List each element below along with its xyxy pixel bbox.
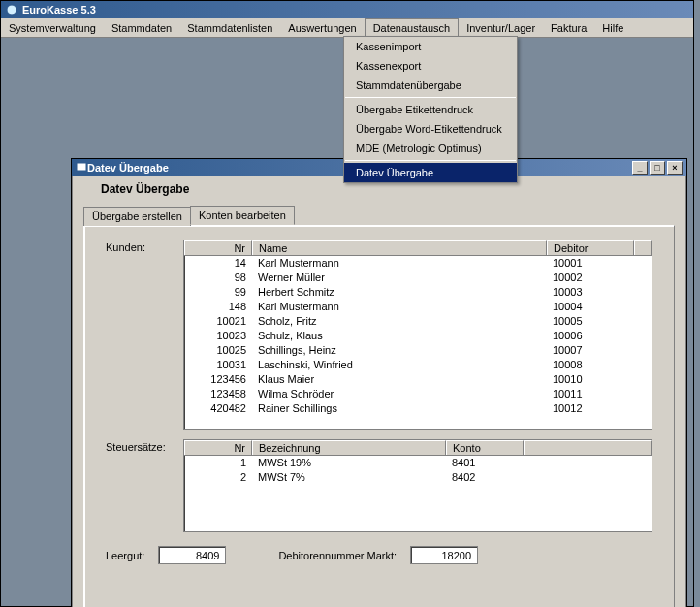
- menu-stammdatenlisten[interactable]: Stammdatenlisten: [179, 18, 280, 37]
- table-row[interactable]: 123458Wilma Schröder10011: [184, 387, 652, 401]
- table-row[interactable]: 123456Klaus Maier10010: [184, 372, 652, 387]
- dropdown-stammdatenuebergabe[interactable]: Stammdatenübergabe: [344, 76, 517, 95]
- steuersaetze-row: Steuersätze: Nr Bezeichnung Konto 1MWSt …: [106, 439, 652, 532]
- leergut-label: Leergut:: [106, 550, 144, 561]
- datenaustausch-dropdown: Kassenimport Kassenexport Stammdatenüber…: [343, 36, 518, 183]
- dropdown-kassenexport[interactable]: Kassenexport: [344, 56, 517, 76]
- cell-name: Schulz, Klaus: [252, 329, 547, 343]
- table-row[interactable]: 14Karl Mustermann10001: [184, 256, 652, 271]
- bottom-inputs-row: Leergut: Debitorennummer Markt:: [106, 546, 652, 564]
- cell-nr: 2: [184, 470, 252, 485]
- steuer-header: Nr Bezeichnung Konto: [184, 440, 652, 456]
- cell-nr: 148: [184, 300, 252, 314]
- dropdown-datev-uebergabe[interactable]: Datev Übergabe: [344, 163, 517, 182]
- dropdown-separator: [345, 97, 516, 98]
- cell-nr: 98: [184, 271, 252, 285]
- dropdown-mde[interactable]: MDE (Metrologic Optimus): [344, 139, 517, 158]
- cell-debitor: 10008: [547, 358, 634, 372]
- child-window-icon: [76, 161, 87, 175]
- cell-name: Schillings, Heinz: [252, 343, 547, 358]
- steuersaetze-label: Steuersätze:: [106, 439, 183, 453]
- cell-debitor: 10012: [547, 401, 634, 416]
- kunden-col-debitor[interactable]: Debitor: [547, 240, 634, 255]
- child-window-datev: Datev Übergabe _ □ × Datev Übergabe Über…: [71, 158, 687, 607]
- dropdown-uebergabe-etikettendruck[interactable]: Übergabe Etikettendruck: [344, 100, 517, 119]
- kunden-header: Nr Name Debitor: [184, 240, 652, 256]
- table-row[interactable]: 99Herbert Schmitz10003: [184, 285, 652, 300]
- steuersaetze-listview[interactable]: Nr Bezeichnung Konto 1MWSt 19%84012MWSt …: [183, 439, 652, 532]
- cell-nr: 10021: [184, 314, 252, 329]
- menu-stammdaten[interactable]: Stammdaten: [104, 18, 179, 37]
- cell-konto: 8402: [446, 470, 524, 485]
- menu-inventur-lager[interactable]: Inventur/Lager: [459, 18, 543, 37]
- table-row[interactable]: 10031Laschinski, Winfried10008: [184, 358, 652, 372]
- menu-hilfe[interactable]: Hilfe: [594, 18, 631, 37]
- cell-debitor: 10006: [547, 329, 634, 343]
- close-button[interactable]: ×: [667, 161, 683, 175]
- cell-name: Werner Müller: [252, 271, 547, 285]
- kunden-row: Kunden: Nr Name Debitor 14Karl Musterman…: [106, 240, 652, 430]
- cell-bezeichnung: MWSt 7%: [252, 470, 446, 485]
- table-row[interactable]: 1MWSt 19%8401: [184, 456, 652, 470]
- maximize-button[interactable]: □: [650, 161, 665, 175]
- kunden-col-nr[interactable]: Nr: [184, 240, 252, 255]
- table-row[interactable]: 2MWSt 7%8402: [184, 470, 652, 485]
- tab-panel-konten: Kunden: Nr Name Debitor 14Karl Musterman…: [83, 225, 675, 607]
- minimize-button[interactable]: _: [632, 161, 648, 175]
- steuer-body: 1MWSt 19%84012MWSt 7%8402: [184, 456, 652, 485]
- cell-nr: 14: [184, 256, 252, 271]
- app-title: EuroKasse 5.3: [22, 4, 96, 16]
- cell-nr: 420482: [184, 401, 252, 416]
- kunden-col-extra: [634, 240, 652, 255]
- tab-container: Übergabe erstellen Konten bearbeiten Kun…: [83, 206, 675, 607]
- cell-debitor: 10001: [547, 256, 634, 271]
- cell-debitor: 10004: [547, 300, 634, 314]
- debitor-markt-label: Debitorennummer Markt:: [278, 550, 397, 561]
- kunden-body: 14Karl Mustermann1000198Werner Müller100…: [184, 256, 652, 416]
- debitor-markt-input[interactable]: [410, 546, 478, 564]
- table-row[interactable]: 420482Rainer Schillings10012: [184, 401, 652, 416]
- cell-nr: 123456: [184, 372, 252, 387]
- table-row[interactable]: 148Karl Mustermann10004: [184, 300, 652, 314]
- cell-name: Karl Mustermann: [252, 256, 547, 271]
- child-window-title: Datev Übergabe: [87, 162, 169, 174]
- cell-debitor: 10007: [547, 343, 634, 358]
- menubar: Systemverwaltung Stammdaten Stammdatenli…: [1, 18, 693, 38]
- cell-debitor: 10005: [547, 314, 634, 329]
- svg-point-0: [7, 5, 16, 15]
- cell-nr: 123458: [184, 387, 252, 401]
- leergut-input[interactable]: [158, 546, 226, 564]
- kunden-col-name[interactable]: Name: [252, 240, 547, 255]
- menu-systemverwaltung[interactable]: Systemverwaltung: [1, 18, 104, 37]
- table-row[interactable]: 98Werner Müller10002: [184, 271, 652, 285]
- cell-nr: 1: [184, 456, 252, 470]
- steuer-col-bezeichnung[interactable]: Bezeichnung: [252, 440, 446, 455]
- menu-datenaustausch[interactable]: Datenaustausch: [365, 18, 460, 37]
- kunden-listview[interactable]: Nr Name Debitor 14Karl Mustermann1000198…: [183, 240, 652, 430]
- cell-debitor: 10011: [547, 387, 634, 401]
- tab-uebergabe-erstellen[interactable]: Übergabe erstellen: [83, 207, 191, 226]
- cell-nr: 10031: [184, 358, 252, 372]
- steuer-col-konto[interactable]: Konto: [446, 440, 524, 455]
- app-icon: [5, 3, 18, 16]
- cell-name: Rainer Schillings: [252, 401, 547, 416]
- dropdown-uebergabe-word-etikettendruck[interactable]: Übergabe Word-Etikettendruck: [344, 119, 517, 139]
- table-row[interactable]: 10025Schillings, Heinz10007: [184, 343, 652, 358]
- steuer-col-extra: [524, 440, 652, 455]
- tab-strip: Übergabe erstellen Konten bearbeiten: [83, 206, 675, 225]
- app-titlebar: EuroKasse 5.3: [1, 1, 693, 18]
- svg-rect-1: [77, 163, 86, 171]
- cell-name: Scholz, Fritz: [252, 314, 547, 329]
- table-row[interactable]: 10021Scholz, Fritz10005: [184, 314, 652, 329]
- cell-name: Herbert Schmitz: [252, 285, 547, 300]
- steuer-col-nr[interactable]: Nr: [184, 440, 252, 455]
- menu-auswertungen[interactable]: Auswertungen: [280, 18, 364, 37]
- kunden-label: Kunden:: [106, 240, 183, 253]
- menu-faktura[interactable]: Faktura: [543, 18, 594, 37]
- cell-nr: 99: [184, 285, 252, 300]
- table-row[interactable]: 10023Schulz, Klaus10006: [184, 329, 652, 343]
- tab-konten-bearbeiten[interactable]: Konten bearbeiten: [190, 206, 295, 225]
- dropdown-kassenimport[interactable]: Kassenimport: [344, 37, 517, 56]
- cell-name: Karl Mustermann: [252, 300, 547, 314]
- cell-debitor: 10010: [547, 372, 634, 387]
